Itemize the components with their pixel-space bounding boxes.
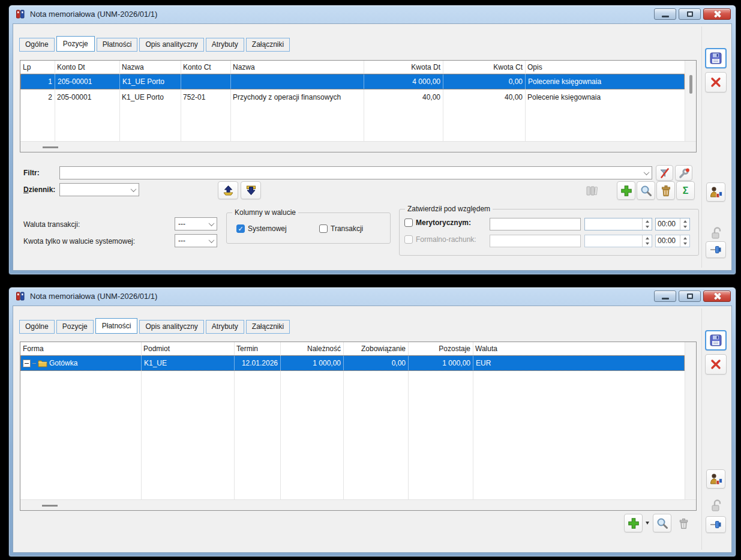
column-header[interactable]: Kwota Ct <box>443 61 525 73</box>
formalno-time-spinner[interactable]: 00:00 <box>655 235 690 247</box>
add-button[interactable] <box>617 181 635 200</box>
maximize-button[interactable] <box>679 291 701 302</box>
save-button[interactable] <box>705 48 727 68</box>
column-header[interactable]: Podmiot <box>141 342 234 355</box>
tab-platnosci[interactable]: Płatności <box>97 38 138 52</box>
maximize-button[interactable] <box>679 8 701 20</box>
add-button[interactable] <box>624 514 643 532</box>
checkbox-systemowej[interactable]: Systemowej <box>236 224 287 233</box>
titlebar[interactable]: Nota memoriałowa (UNM-2026/01/1) <box>9 5 736 23</box>
tab-ogolne[interactable]: Ogólne <box>19 38 55 52</box>
checkbox-merytorycznym[interactable]: Merytorycznym: <box>404 218 471 227</box>
column-header[interactable]: Nazwa <box>230 61 364 73</box>
close-icon <box>713 11 721 17</box>
formalno-date-spinner[interactable] <box>584 235 652 247</box>
delete-button[interactable] <box>656 181 675 200</box>
filter-settings-button[interactable] <box>675 165 692 181</box>
column-header[interactable]: Opis <box>525 61 685 73</box>
table-row[interactable]: 2 205-00001 K1_UE Porto 752-01 Przychody… <box>20 89 685 105</box>
operator-button[interactable] <box>706 182 725 202</box>
dziennik-select[interactable] <box>59 183 139 196</box>
merytorycznym-time-spinner[interactable]: 00:00 <box>655 218 690 230</box>
table-row-selected[interactable]: Gotówka K1_UE 12.01.2026 1 000,00 0,00 1… <box>20 355 685 371</box>
search-button[interactable] <box>637 181 655 200</box>
merytorycznym-input[interactable] <box>490 218 581 230</box>
kwota-tylko-select[interactable]: --- <box>175 234 217 247</box>
chevron-down-icon[interactable] <box>641 167 652 179</box>
chevron-down-icon[interactable] <box>206 235 217 247</box>
save-button[interactable] <box>705 330 727 351</box>
tab-pozycje[interactable]: Pozycje <box>56 320 94 334</box>
close-button[interactable] <box>703 291 731 302</box>
vertical-scrollbar[interactable] <box>685 61 696 141</box>
pin-button[interactable] <box>706 516 726 533</box>
column-header[interactable]: Waluta <box>473 342 685 355</box>
checkbox-checked-icon[interactable] <box>236 224 245 233</box>
close-button[interactable] <box>703 8 731 20</box>
unlock-button-disabled[interactable] <box>708 224 725 241</box>
sigma-icon: Σ <box>683 186 689 196</box>
delete-button-disabled[interactable] <box>675 515 692 532</box>
horizontal-scrollbar[interactable] <box>20 141 696 152</box>
app-icon <box>16 291 26 301</box>
column-header[interactable]: Konto Ct <box>181 61 230 73</box>
tab-strip: Ogólne Pozycje Płatności Opis analityczn… <box>19 318 290 334</box>
scrollbar-thumb[interactable] <box>43 146 58 148</box>
horizontal-scrollbar[interactable] <box>20 499 696 510</box>
journal-button-disabled[interactable] <box>581 182 602 199</box>
window-platnosci: Nota memoriałowa (UNM-2026/01/1) Ogólne … <box>8 287 736 557</box>
move-up-button[interactable] <box>218 181 238 199</box>
checkbox-unchecked-icon[interactable] <box>404 218 413 227</box>
minimize-button[interactable] <box>654 8 676 20</box>
trash-gray-icon <box>678 518 689 529</box>
chevron-down-icon[interactable] <box>206 218 217 230</box>
cancel-button[interactable] <box>705 72 727 92</box>
scrollbar-thumb[interactable] <box>689 75 692 94</box>
merytorycznym-date-spinner[interactable] <box>584 218 652 230</box>
tab-platnosci[interactable]: Płatności <box>95 318 138 334</box>
formalno-input[interactable] <box>490 235 581 247</box>
tree-collapse-icon[interactable] <box>23 360 31 367</box>
tab-zalaczniki[interactable]: Załączniki <box>246 38 290 52</box>
add-dropdown-button[interactable] <box>643 514 651 532</box>
tab-zalaczniki[interactable]: Załączniki <box>246 320 290 334</box>
vertical-scrollbar[interactable] <box>685 342 696 499</box>
titlebar[interactable]: Nota memoriałowa (UNM-2026/01/1) <box>9 288 736 305</box>
checkbox-unchecked-icon[interactable] <box>319 224 328 233</box>
table-row-selected[interactable]: 1 205-00001 K1_UE Porto 4 000,00 0,00 Po… <box>20 74 685 89</box>
unlock-button-disabled[interactable] <box>708 497 725 514</box>
minimize-button[interactable] <box>654 291 676 302</box>
tab-ogolne[interactable]: Ogólne <box>19 320 55 334</box>
column-header[interactable]: Termin <box>234 342 280 355</box>
column-header[interactable]: Należność <box>280 342 343 355</box>
chevron-down-icon[interactable] <box>128 184 139 196</box>
tab-atrybuty[interactable]: Atrybuty <box>206 320 244 334</box>
move-down-button[interactable] <box>241 181 261 199</box>
operator-button[interactable] <box>706 469 725 489</box>
column-header[interactable]: Lp <box>20 61 55 73</box>
tab-opis-analityczny[interactable]: Opis analityczny <box>139 38 203 52</box>
column-header[interactable]: Konto Dt <box>55 61 119 73</box>
column-header[interactable]: Forma <box>20 342 141 355</box>
spinner-arrows-icon[interactable] <box>680 218 689 230</box>
tab-atrybuty[interactable]: Atrybuty <box>206 38 244 52</box>
tab-opis-analityczny[interactable]: Opis analityczny <box>139 320 203 334</box>
scrollbar-thumb[interactable] <box>42 505 58 507</box>
cancel-button[interactable] <box>705 354 727 375</box>
checkbox-transakcji[interactable]: Transakcji <box>319 224 363 233</box>
column-header[interactable]: Nazwa <box>119 61 181 73</box>
waluta-transakcji-select[interactable]: --- <box>175 217 217 230</box>
column-header[interactable]: Kwota Dt <box>364 61 443 73</box>
checkbox-formalno[interactable]: Formalno-rachunk: <box>404 235 476 244</box>
pin-button[interactable] <box>706 241 726 258</box>
filter-input[interactable] <box>59 166 652 179</box>
tab-pozycje[interactable]: Pozycje <box>56 36 95 52</box>
kolumny-w-walucie-group: Kolumny w walucie Systemowej Transakcji <box>226 212 391 244</box>
clear-filter-button[interactable] <box>656 165 673 181</box>
sum-button[interactable]: Σ <box>676 181 695 200</box>
spinner-arrows-icon[interactable] <box>642 218 652 230</box>
search-button[interactable] <box>653 514 671 532</box>
column-header[interactable]: Pozostaje <box>408 342 473 355</box>
green-plus-icon <box>628 517 640 529</box>
column-header[interactable]: Zobowiązanie <box>343 342 408 355</box>
